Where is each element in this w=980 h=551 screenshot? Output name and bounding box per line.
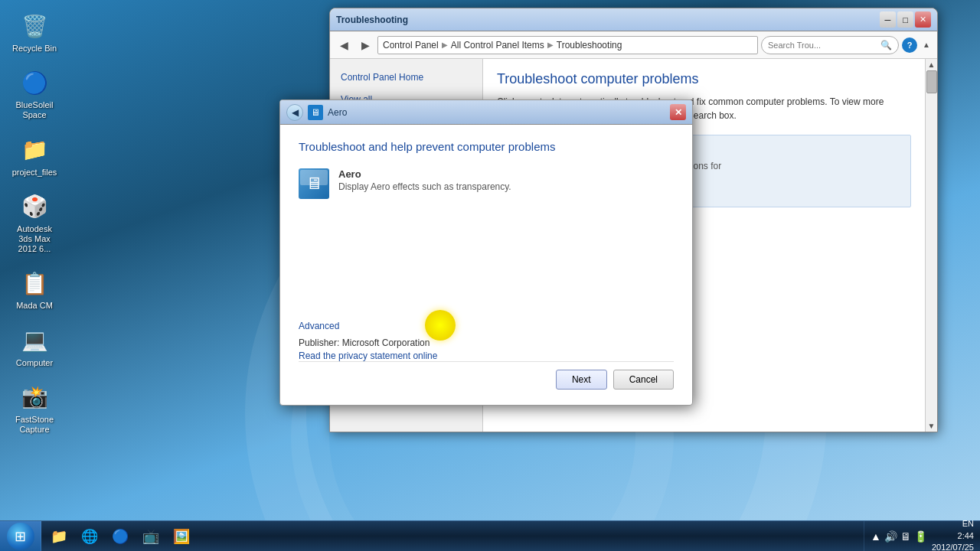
window-titlebar: Troubleshooting ─ □ ✕: [330, 8, 937, 31]
minimize-button[interactable]: ─: [880, 11, 896, 28]
desktop-icon-mada-cm[interactable]: 📋 Mada CM: [8, 265, 61, 314]
computer-icon: 💻: [19, 325, 50, 356]
desktop-icon-faststone[interactable]: 📸 FastStone Capture: [8, 379, 61, 438]
dialog-back-button[interactable]: ◀: [286, 104, 303, 121]
app5-icon: 🖼️: [173, 528, 190, 545]
taskbar-item-chrome[interactable]: 🌐: [75, 524, 104, 549]
panel-title: Troubleshoot computer problems: [497, 71, 911, 87]
breadcrumb-level1: All Control Panel Items: [451, 40, 544, 51]
tray-language: EN: [932, 518, 974, 530]
search-input[interactable]: [768, 41, 877, 50]
project-files-icon: 📁: [19, 135, 50, 165]
sidebar-item-control-panel-home[interactable]: Control Panel Home: [330, 67, 482, 89]
faststone-icon: 📸: [19, 382, 50, 412]
desktop-icons: 🗑️ Recycle Bin 🔵 BlueSoleil Space 📁 proj…: [8, 8, 61, 438]
window-title: Troubleshooting: [336, 15, 880, 25]
faststone-label: FastStone Capture: [11, 415, 58, 435]
search-box[interactable]: 🔍: [761, 36, 899, 54]
window-controls: ─ □ ✕: [880, 11, 931, 28]
dialog-spacer: [299, 211, 674, 321]
help-button[interactable]: ?: [902, 37, 917, 53]
publisher-label: Publisher:: [299, 337, 339, 348]
recycle-bin-icon: 🗑️: [19, 11, 50, 41]
aero-item-text: Aero Display Aero effects such as transp…: [338, 168, 511, 192]
tray-date: 2012/07/25: [932, 542, 974, 551]
dialog-titlebar: ◀ 🖥 Aero ✕: [280, 100, 692, 125]
next-button[interactable]: Next: [556, 370, 607, 390]
explorer-icon: 📁: [51, 528, 67, 545]
tray-icons: ▲ 🔊 🖥 🔋: [871, 530, 927, 543]
dialog-heading: Troubleshoot and help prevent computer p…: [299, 140, 674, 153]
aero-item-description: Display Aero effects such as transparenc…: [338, 181, 511, 192]
start-button[interactable]: [0, 521, 41, 552]
autodesk-label: Autodesk 3ds Max 2012 6...: [11, 224, 58, 255]
aero-dialog: ◀ 🖥 Aero ✕ Troubleshoot and help prevent…: [279, 99, 693, 406]
project-files-label: project_files: [12, 168, 57, 178]
desktop-icon-bluesoleil[interactable]: 🔵 BlueSoleil Space: [8, 64, 61, 123]
autodesk-icon: 🎲: [19, 191, 50, 222]
monitor-icon: 🖥: [305, 174, 322, 194]
dialog-app-icon: 🖥: [308, 105, 323, 120]
scroll-up-button[interactable]: ▲: [920, 41, 933, 49]
system-tray: ▲ 🔊 🖥 🔋 EN 2:44 2012/07/25: [864, 521, 980, 551]
dialog-footer: Next Cancel: [299, 361, 674, 390]
scrollbar-thumb[interactable]: [926, 70, 937, 93]
taskbar-item-app5[interactable]: 🖼️: [167, 524, 196, 549]
tray-network-icon: ▲: [871, 530, 881, 543]
cancel-button[interactable]: Cancel: [613, 370, 674, 390]
recycle-bin-label: Recycle Bin: [12, 44, 57, 54]
breadcrumb-level2: Troubleshooting: [557, 40, 622, 51]
maximize-button[interactable]: □: [897, 11, 913, 28]
dialog-close-button[interactable]: ✕: [670, 104, 686, 120]
scroll-down-arrow[interactable]: ▼: [926, 420, 937, 432]
aero-item: 🖥 Aero Display Aero effects such as tran…: [299, 168, 674, 199]
tray-time: 2:44: [932, 530, 974, 542]
chrome-icon: 🌐: [81, 528, 98, 545]
start-orb: [7, 523, 34, 550]
advanced-link[interactable]: Advanced: [299, 321, 339, 331]
taskbar-item-ie[interactable]: 🔵: [106, 524, 135, 549]
bluesoleil-label: BlueSoleil Space: [11, 100, 58, 120]
advanced-section: Advanced: [299, 321, 674, 337]
privacy-link[interactable]: Read the privacy statement online: [299, 350, 437, 361]
mada-cm-label: Mada CM: [16, 301, 53, 311]
bluesoleil-icon: 🔵: [19, 67, 50, 98]
desktop-icon-computer[interactable]: 💻 Computer: [8, 322, 61, 371]
aero-item-icon: 🖥: [299, 168, 329, 199]
close-button[interactable]: ✕: [915, 11, 931, 28]
tray-volume-icon[interactable]: 🔊: [884, 530, 897, 543]
desktop-icon-project-files[interactable]: 📁 project_files: [8, 132, 61, 181]
publisher-info: Publisher: Microsoft Corporation: [299, 337, 674, 348]
breadcrumb-arrow-2: ▶: [547, 41, 554, 49]
search-icon: 🔍: [880, 40, 892, 51]
taskbar-item-explorer[interactable]: 📁: [44, 524, 74, 549]
scrollbar[interactable]: ▲ ▼: [925, 59, 937, 432]
computer-label: Computer: [16, 358, 53, 368]
breadcrumb-arrow-1: ▶: [442, 41, 448, 49]
tray-network-icon2[interactable]: 🖥: [900, 530, 911, 543]
app4-icon: 📺: [142, 528, 159, 545]
breadcrumb-root: Control Panel: [383, 40, 439, 51]
desktop-icon-autodesk[interactable]: 🎲 Autodesk 3ds Max 2012 6...: [8, 188, 61, 258]
dialog-content: Troubleshoot and help prevent computer p…: [280, 125, 692, 405]
taskbar: 📁 🌐 🔵 📺 🖼️ ▲ 🔊 🖥 🔋 EN: [0, 520, 980, 551]
forward-button[interactable]: ▶: [356, 36, 374, 54]
tray-clock: EN 2:44 2012/07/25: [932, 518, 974, 551]
aero-item-title: Aero: [338, 168, 511, 180]
scroll-up-arrow[interactable]: ▲: [926, 59, 937, 70]
taskbar-item-app4[interactable]: 📺: [136, 524, 165, 549]
tray-battery-icon: 🔋: [914, 530, 927, 543]
address-bar: ◀ ▶ Control Panel ▶ All Control Panel It…: [330, 31, 937, 59]
taskbar-items: 📁 🌐 🔵 📺 🖼️: [41, 524, 864, 549]
desktop: 🗑️ Recycle Bin 🔵 BlueSoleil Space 📁 proj…: [0, 0, 980, 551]
publisher-name: Microsoft Corporation: [342, 337, 430, 348]
ie-icon: 🔵: [112, 528, 129, 545]
dialog-title: Aero: [328, 107, 670, 118]
mada-cm-icon: 📋: [19, 268, 50, 298]
back-button[interactable]: ◀: [335, 36, 353, 54]
desktop-icon-recycle-bin[interactable]: 🗑️ Recycle Bin: [8, 8, 61, 57]
breadcrumb[interactable]: Control Panel ▶ All Control Panel Items …: [377, 36, 758, 54]
